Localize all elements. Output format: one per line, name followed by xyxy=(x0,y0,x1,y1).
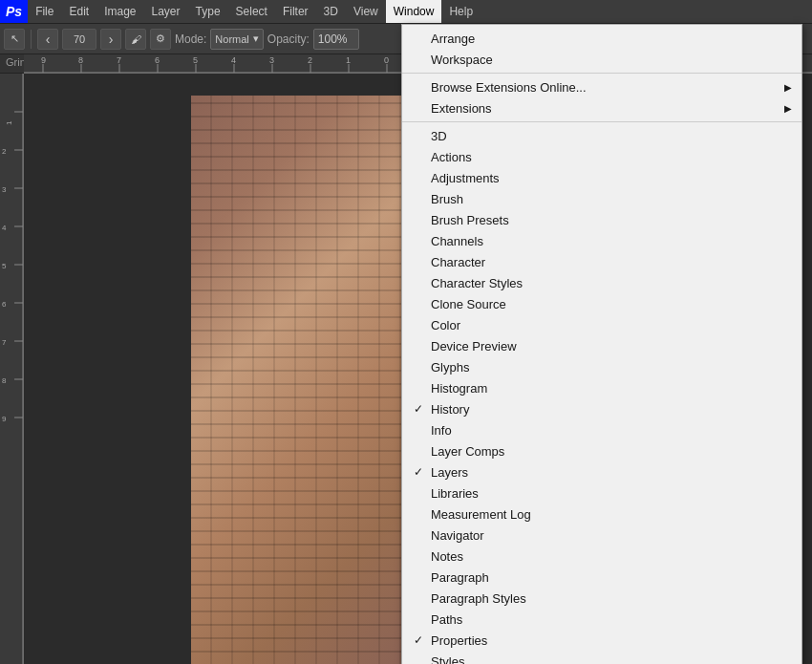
menu-item-device-preview[interactable]: Device Preview xyxy=(402,335,801,356)
svg-text:1: 1 xyxy=(5,120,13,125)
menu-item-brush[interactable]: Brush xyxy=(402,188,801,209)
svg-text:9: 9 xyxy=(41,55,46,65)
svg-text:2: 2 xyxy=(2,147,7,156)
menu-item-arrange[interactable]: Arrange xyxy=(402,28,801,49)
mode-chevron: ▾ xyxy=(253,32,259,45)
canvas-image xyxy=(191,96,401,664)
svg-text:8: 8 xyxy=(78,55,83,65)
svg-text:6: 6 xyxy=(155,55,160,65)
menu-item-clone-source[interactable]: Clone Source xyxy=(402,293,801,314)
menu-item-measurement-log[interactable]: Measurement Log xyxy=(402,503,801,525)
menu-item-workspace[interactable]: Workspace xyxy=(402,49,801,70)
menu-item-extensions[interactable]: Extensions xyxy=(402,97,801,118)
brush-size-down[interactable]: ‹ xyxy=(37,29,58,50)
menubar: Ps File Edit Image Layer Type Select Fil… xyxy=(0,0,812,24)
svg-text:7: 7 xyxy=(2,338,7,347)
menu-section-3: 3D Actions Adjustments Brush Brush Prese… xyxy=(402,122,801,664)
mode-dropdown[interactable]: Normal ▾ xyxy=(210,29,263,50)
ruler-left: 1 2 3 4 5 6 7 8 9 xyxy=(0,74,24,664)
menu-item-libraries[interactable]: Libraries xyxy=(402,482,801,503)
menu-item-3d[interactable]: 3D xyxy=(402,125,801,146)
brush-settings-icon[interactable]: ⚙ xyxy=(150,29,171,50)
menu-item-adjustments[interactable]: Adjustments xyxy=(402,167,801,188)
brush-icon[interactable]: 🖌 xyxy=(125,29,146,50)
menu-help[interactable]: Help xyxy=(441,0,481,23)
opacity-label: Opacity: xyxy=(267,32,310,46)
menu-select[interactable]: Select xyxy=(228,0,275,23)
mode-label: Mode: xyxy=(175,32,206,46)
menu-item-layers[interactable]: Layers xyxy=(402,461,801,482)
menu-3d[interactable]: 3D xyxy=(316,0,346,23)
menu-file[interactable]: File xyxy=(28,0,61,23)
ps-logo: Ps xyxy=(0,0,28,23)
menu-section-1: Arrange Workspace xyxy=(402,25,801,74)
menu-item-notes[interactable]: Notes xyxy=(402,546,801,567)
menu-item-styles[interactable]: Styles xyxy=(402,651,801,664)
menu-filter[interactable]: Filter xyxy=(275,0,316,23)
menu-item-paths[interactable]: Paths xyxy=(402,609,801,630)
menu-item-channels[interactable]: Channels xyxy=(402,230,801,251)
svg-text:1: 1 xyxy=(346,55,351,65)
brush-size-up[interactable]: › xyxy=(100,29,121,50)
menu-window[interactable]: Window xyxy=(386,0,442,23)
svg-text:4: 4 xyxy=(231,55,236,65)
opacity-field[interactable]: 100% xyxy=(313,29,359,50)
svg-text:0: 0 xyxy=(384,55,389,65)
menu-view[interactable]: View xyxy=(346,0,386,23)
svg-text:5: 5 xyxy=(2,262,7,270)
menu-type[interactable]: Type xyxy=(188,0,228,23)
menu-item-paragraph-styles[interactable]: Paragraph Styles xyxy=(402,588,801,609)
svg-text:5: 5 xyxy=(193,55,198,65)
svg-text:3: 3 xyxy=(269,55,274,65)
brush-size-value[interactable]: 70 xyxy=(62,29,96,50)
svg-text:2: 2 xyxy=(308,55,312,65)
svg-text:9: 9 xyxy=(2,415,7,423)
menu-image[interactable]: Image xyxy=(96,0,143,23)
menu-section-2: Browse Extensions Online... Extensions xyxy=(402,74,801,122)
window-dropdown-menu: Arrange Workspace Browse Extensions Onli… xyxy=(401,24,802,664)
svg-text:7: 7 xyxy=(117,55,121,65)
svg-text:6: 6 xyxy=(2,300,7,309)
menu-item-properties[interactable]: Properties xyxy=(402,630,801,651)
menu-item-glyphs[interactable]: Glyphs xyxy=(402,356,801,377)
svg-text:3: 3 xyxy=(2,185,7,194)
menu-edit[interactable]: Edit xyxy=(61,0,96,23)
svg-text:4: 4 xyxy=(2,224,7,232)
menu-item-color[interactable]: Color xyxy=(402,314,801,335)
menu-item-histogram[interactable]: Histogram xyxy=(402,377,801,398)
menu-item-actions[interactable]: Actions xyxy=(402,146,801,167)
menu-layer[interactable]: Layer xyxy=(144,0,188,23)
menu-item-character-styles[interactable]: Character Styles xyxy=(402,272,801,293)
mode-value: Normal xyxy=(215,33,248,45)
menu-item-browse-ext[interactable]: Browse Extensions Online... xyxy=(402,76,801,97)
menu-item-navigator[interactable]: Navigator xyxy=(402,525,801,546)
menu-item-info[interactable]: Info xyxy=(402,419,801,440)
menu-item-character[interactable]: Character xyxy=(402,251,801,272)
menu-item-history[interactable]: History xyxy=(402,398,801,419)
menu-item-paragraph[interactable]: Paragraph xyxy=(402,567,801,588)
menu-item-brush-presets[interactable]: Brush Presets xyxy=(402,209,801,230)
menu-item-layer-comps[interactable]: Layer Comps xyxy=(402,440,801,461)
tool-icon-move[interactable]: ↖ xyxy=(4,29,25,50)
svg-text:8: 8 xyxy=(2,376,7,385)
